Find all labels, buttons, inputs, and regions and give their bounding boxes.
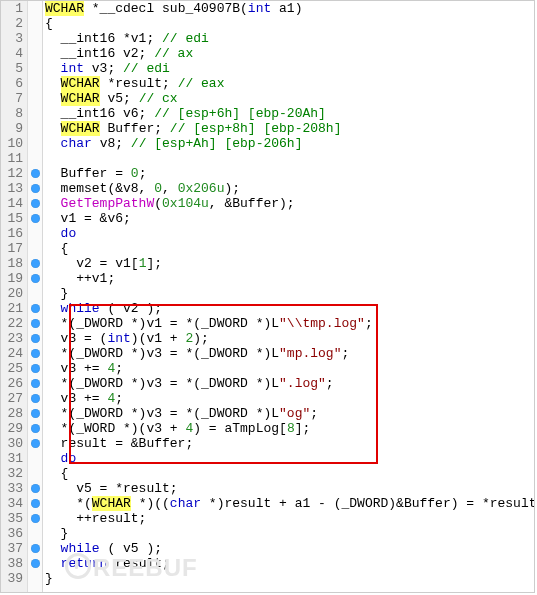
breakpoint-slot[interactable]	[28, 481, 42, 496]
code-line[interactable]: *(_DWORD *)v3 = *(_DWORD *)L"mp.log";	[45, 346, 535, 361]
code-line[interactable]: while ( v2 );	[45, 301, 535, 316]
code-line[interactable]: v3 = (int)(v1 + 2);	[45, 331, 535, 346]
breakpoint-slot[interactable]	[28, 16, 42, 31]
breakpoint-slot[interactable]	[28, 436, 42, 451]
code-line[interactable]: char v8; // [esp+Ah] [ebp-206h]	[45, 136, 535, 151]
code-line[interactable]: v3 += 4;	[45, 391, 535, 406]
code-line[interactable]: v1 = &v6;	[45, 211, 535, 226]
token-hl: WCHAR	[45, 1, 84, 16]
breakpoint-slot[interactable]	[28, 421, 42, 436]
breakpoint-slot[interactable]	[28, 166, 42, 181]
code-line[interactable]: *(_DWORD *)v3 = *(_DWORD *)L".log";	[45, 376, 535, 391]
breakpoint-slot[interactable]	[28, 241, 42, 256]
code-line[interactable]: __int16 v6; // [esp+6h] [ebp-20Ah]	[45, 106, 535, 121]
breakpoint-slot[interactable]	[28, 496, 42, 511]
token-hl: WCHAR	[61, 121, 100, 136]
code-line[interactable]: GetTempPathW(0x104u, &Buffer);	[45, 196, 535, 211]
code-line[interactable]: ++v1;	[45, 271, 535, 286]
line-number: 28	[1, 406, 27, 421]
breakpoint-slot[interactable]	[28, 451, 42, 466]
breakpoint-slot[interactable]	[28, 346, 42, 361]
breakpoint-slot[interactable]	[28, 46, 42, 61]
code-line[interactable]: v5 = *result;	[45, 481, 535, 496]
breakpoint-slot[interactable]	[28, 301, 42, 316]
code-area[interactable]: REEBUF WCHAR *__cdecl sub_40907B(int a1)…	[43, 1, 535, 592]
token-kw: while	[61, 541, 100, 556]
code-line[interactable]: WCHAR Buffer; // [esp+8h] [ebp-208h]	[45, 121, 535, 136]
code-line[interactable]: WCHAR *__cdecl sub_40907B(int a1)	[45, 1, 535, 16]
token-ident: ++result;	[45, 511, 146, 526]
breakpoint-slot[interactable]	[28, 181, 42, 196]
code-line[interactable]: Buffer = 0;	[45, 166, 535, 181]
code-line[interactable]: WCHAR v5; // cx	[45, 91, 535, 106]
line-number: 11	[1, 151, 27, 166]
breakpoint-slot[interactable]	[28, 91, 42, 106]
token-ident: ++v1;	[45, 271, 115, 286]
token-ident	[45, 196, 61, 211]
code-line[interactable]: __int16 *v1; // edi	[45, 31, 535, 46]
code-line[interactable]: return result;	[45, 556, 535, 571]
breakpoint-slot[interactable]	[28, 31, 42, 46]
code-line[interactable]: memset(&v8, 0, 0x206u);	[45, 181, 535, 196]
breakpoint-slot[interactable]	[28, 376, 42, 391]
token-ident: v8;	[92, 136, 131, 151]
breakpoint-slot[interactable]	[28, 406, 42, 421]
code-line[interactable]: do	[45, 451, 535, 466]
breakpoint-slot[interactable]	[28, 256, 42, 271]
breakpoint-slot[interactable]	[28, 466, 42, 481]
breakpoint-slot[interactable]	[28, 541, 42, 556]
code-line[interactable]: WCHAR *result; // eax	[45, 76, 535, 91]
breakpoint-slot[interactable]	[28, 271, 42, 286]
token-ident: )(v1 +	[131, 331, 186, 346]
code-line[interactable]: v2 = v1[1];	[45, 256, 535, 271]
token-ident: result = &Buffer;	[45, 436, 193, 451]
breakpoint-slot[interactable]	[28, 76, 42, 91]
breakpoint-slot[interactable]	[28, 121, 42, 136]
line-number-gutter: 1234567891011121314151617181920212223242…	[1, 1, 28, 592]
breakpoint-slot[interactable]	[28, 226, 42, 241]
code-line[interactable]: }	[45, 286, 535, 301]
breakpoint-slot[interactable]	[28, 1, 42, 16]
token-num: 0	[154, 181, 162, 196]
code-line[interactable]: __int16 v2; // ax	[45, 46, 535, 61]
breakpoint-slot[interactable]	[28, 556, 42, 571]
code-line[interactable]: do	[45, 226, 535, 241]
code-line[interactable]: *(_DWORD *)v3 = *(_DWORD *)L"og";	[45, 406, 535, 421]
code-line[interactable]: v3 += 4;	[45, 361, 535, 376]
breakpoint-slot[interactable]	[28, 331, 42, 346]
code-line[interactable]: {	[45, 241, 535, 256]
code-line[interactable]: while ( v5 );	[45, 541, 535, 556]
breakpoint-slot[interactable]	[28, 61, 42, 76]
breakpoint-slot[interactable]	[28, 526, 42, 541]
code-line[interactable]: }	[45, 571, 535, 586]
token-ident	[45, 121, 61, 136]
code-line[interactable]: ++result;	[45, 511, 535, 526]
breakpoint-column[interactable]	[28, 1, 43, 592]
code-line[interactable]: *(_DWORD *)v1 = *(_DWORD *)L"\\tmp.log";	[45, 316, 535, 331]
breakpoint-dot-icon	[31, 199, 40, 208]
code-line[interactable]: *(WCHAR *)((char *)result + a1 - (_DWORD…	[45, 496, 535, 511]
token-ident	[45, 136, 61, 151]
token-comment: // cx	[139, 91, 178, 106]
code-line[interactable]: {	[45, 466, 535, 481]
breakpoint-slot[interactable]	[28, 286, 42, 301]
breakpoint-slot[interactable]	[28, 316, 42, 331]
breakpoint-slot[interactable]	[28, 391, 42, 406]
token-ident: ;	[341, 346, 349, 361]
breakpoint-slot[interactable]	[28, 511, 42, 526]
breakpoint-slot[interactable]	[28, 106, 42, 121]
breakpoint-slot[interactable]	[28, 361, 42, 376]
code-line[interactable]: *(_WORD *)(v3 + 4) = aTmpLog[8];	[45, 421, 535, 436]
breakpoint-slot[interactable]	[28, 136, 42, 151]
code-line[interactable]: result = &Buffer;	[45, 436, 535, 451]
breakpoint-slot[interactable]	[28, 151, 42, 166]
line-number: 6	[1, 76, 27, 91]
code-line[interactable]: {	[45, 16, 535, 31]
breakpoint-slot[interactable]	[28, 196, 42, 211]
code-line[interactable]: int v3; // edi	[45, 61, 535, 76]
code-line[interactable]	[45, 151, 535, 166]
breakpoint-slot[interactable]	[28, 211, 42, 226]
breakpoint-slot[interactable]	[28, 571, 42, 586]
code-line[interactable]: }	[45, 526, 535, 541]
breakpoint-dot-icon	[31, 319, 40, 328]
